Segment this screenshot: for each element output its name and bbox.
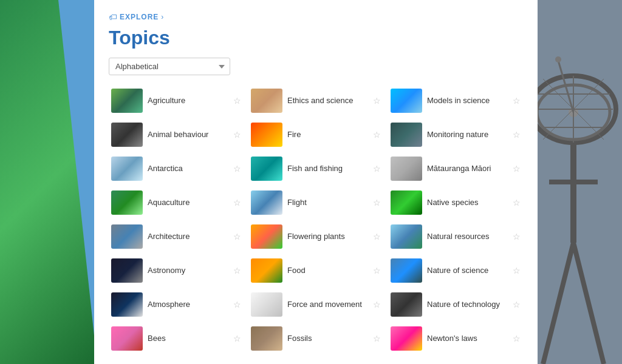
topic-item-newtons-laws[interactable]: Newton's laws☆	[388, 323, 523, 354]
topic-label-fish-and-fishing: Fish and fishing	[287, 164, 368, 174]
topic-item-bees[interactable]: Bees☆	[109, 323, 244, 354]
topic-star-natural-resources[interactable]: ☆	[513, 232, 521, 241]
topic-thumb-bees	[111, 326, 143, 351]
topic-star-monitoring-nature[interactable]: ☆	[513, 130, 521, 140]
topic-item-flight[interactable]: Flight☆	[248, 187, 383, 218]
topic-thumb-fish-and-fishing	[251, 157, 282, 181]
topic-label-architecture: Architecture	[148, 232, 228, 242]
topic-star-matauranga-maori[interactable]: ☆	[513, 164, 521, 174]
topic-star-aquaculture[interactable]: ☆	[233, 198, 241, 207]
sort-dropdown[interactable]: Alphabetical Newest Most popular	[109, 58, 230, 75]
topic-label-food: Food	[287, 266, 368, 276]
tag-icon: 🏷	[109, 12, 117, 22]
topic-star-native-species[interactable]: ☆	[513, 198, 521, 207]
topic-label-ethics-and-science: Ethics and science	[287, 96, 368, 106]
topic-label-flight: Flight	[287, 198, 368, 208]
topic-label-force-and-movement: Force and movement	[287, 300, 368, 310]
topic-star-fire[interactable]: ☆	[373, 130, 381, 140]
topic-label-newtons-laws: Newton's laws	[427, 334, 508, 344]
topic-thumb-ethics-and-science	[251, 89, 282, 113]
topic-thumb-monitoring-nature	[391, 123, 422, 147]
topic-thumb-flowering-plants	[251, 224, 282, 249]
topic-item-nature-of-technology[interactable]: Nature of technology☆	[388, 289, 523, 320]
topic-thumb-fossils	[251, 326, 282, 351]
topic-star-force-and-movement[interactable]: ☆	[373, 300, 381, 309]
topic-item-fossils[interactable]: Fossils☆	[248, 323, 383, 354]
topic-thumb-matauranga-maori	[391, 157, 422, 181]
topic-star-flowering-plants[interactable]: ☆	[373, 232, 381, 241]
topic-star-newtons-laws[interactable]: ☆	[513, 334, 521, 343]
topic-item-ethics-and-science[interactable]: Ethics and science☆	[248, 85, 383, 116]
topic-star-agriculture[interactable]: ☆	[233, 96, 241, 106]
topic-item-force-and-movement[interactable]: Force and movement☆	[248, 289, 383, 320]
topic-label-astronomy: Astronomy	[148, 266, 228, 276]
topic-item-atmosphere[interactable]: Atmosphere☆	[109, 289, 244, 320]
topic-item-flowering-plants[interactable]: Flowering plants☆	[248, 221, 383, 252]
topic-thumb-nature-of-science	[391, 258, 422, 283]
topic-item-animal-behaviour[interactable]: Animal behaviour☆	[109, 119, 244, 150]
topic-thumb-flight	[251, 190, 282, 215]
topic-star-nature-of-technology[interactable]: ☆	[513, 300, 521, 309]
topic-thumb-nature-of-technology	[391, 292, 422, 317]
breadcrumb-chevron: ›	[161, 13, 163, 21]
topic-thumb-architecture	[111, 224, 143, 249]
topic-star-antarctica[interactable]: ☆	[233, 164, 241, 174]
topic-star-ethics-and-science[interactable]: ☆	[373, 96, 381, 106]
topic-thumb-antarctica	[111, 157, 143, 181]
topic-thumb-food	[251, 258, 282, 283]
topic-thumb-fire	[251, 123, 282, 147]
sort-dropdown-wrap: Alphabetical Newest Most popular	[109, 58, 523, 75]
topic-item-monitoring-nature[interactable]: Monitoring nature☆	[388, 119, 523, 150]
topic-star-atmosphere[interactable]: ☆	[233, 300, 241, 309]
main-panel: 🏷 EXPLORE › Topics Alphabetical Newest M…	[94, 0, 538, 364]
svg-point-9	[555, 56, 561, 62]
topic-thumb-native-species	[391, 190, 422, 215]
topic-label-native-species: Native species	[427, 198, 508, 208]
topic-label-monitoring-nature: Monitoring nature	[427, 130, 508, 140]
topic-label-animal-behaviour: Animal behaviour	[148, 130, 228, 140]
topic-label-natural-resources: Natural resources	[427, 232, 508, 242]
topic-item-native-species[interactable]: Native species☆	[388, 187, 523, 218]
topics-grid: Agriculture☆Ethics and science☆Models in…	[109, 85, 523, 354]
topic-item-architecture[interactable]: Architecture☆	[109, 221, 244, 252]
topic-star-architecture[interactable]: ☆	[233, 232, 241, 241]
topic-thumb-natural-resources	[391, 224, 422, 249]
topic-star-bees[interactable]: ☆	[233, 334, 241, 343]
topic-label-agriculture: Agriculture	[148, 96, 228, 106]
topic-label-flowering-plants: Flowering plants	[287, 232, 368, 242]
topic-label-models-in-science: Models in science	[427, 96, 508, 106]
topic-thumb-newtons-laws	[391, 326, 422, 351]
topic-item-antarctica[interactable]: Antarctica☆	[109, 153, 244, 184]
topic-item-matauranga-maori[interactable]: Mātauranga Māori☆	[388, 153, 523, 184]
topic-label-fire: Fire	[287, 130, 368, 140]
topic-star-fish-and-fishing[interactable]: ☆	[373, 164, 381, 174]
topic-label-antarctica: Antarctica	[148, 164, 228, 174]
topic-item-aquaculture[interactable]: Aquaculture☆	[109, 187, 244, 218]
topic-item-fish-and-fishing[interactable]: Fish and fishing☆	[248, 153, 383, 184]
topic-thumb-aquaculture	[111, 190, 143, 215]
topic-star-flight[interactable]: ☆	[373, 198, 381, 207]
topic-thumb-force-and-movement	[251, 292, 282, 317]
topic-item-models-in-science[interactable]: Models in science☆	[388, 85, 523, 116]
topic-label-bees: Bees	[148, 334, 228, 344]
topic-star-fossils[interactable]: ☆	[373, 334, 381, 343]
topic-label-nature-of-science: Nature of science	[427, 266, 508, 276]
topic-star-astronomy[interactable]: ☆	[233, 266, 241, 275]
topic-item-agriculture[interactable]: Agriculture☆	[109, 85, 244, 116]
topic-item-natural-resources[interactable]: Natural resources☆	[388, 221, 523, 252]
topic-star-models-in-science[interactable]: ☆	[513, 96, 521, 106]
breadcrumb-explore[interactable]: EXPLORE	[120, 13, 159, 21]
breadcrumb: 🏷 EXPLORE ›	[109, 12, 523, 22]
topic-thumb-models-in-science	[391, 89, 422, 113]
topic-item-astronomy[interactable]: Astronomy☆	[109, 255, 244, 286]
topic-star-nature-of-science[interactable]: ☆	[513, 266, 521, 275]
topic-item-food[interactable]: Food☆	[248, 255, 383, 286]
topic-star-food[interactable]: ☆	[373, 266, 381, 275]
topic-item-fire[interactable]: Fire☆	[248, 119, 383, 150]
topic-thumb-atmosphere	[111, 292, 143, 317]
topic-star-animal-behaviour[interactable]: ☆	[233, 130, 241, 140]
topic-label-nature-of-technology: Nature of technology	[427, 300, 508, 310]
topic-thumb-astronomy	[111, 258, 143, 283]
topic-item-nature-of-science[interactable]: Nature of science☆	[388, 255, 523, 286]
page-title: Topics	[109, 27, 523, 49]
